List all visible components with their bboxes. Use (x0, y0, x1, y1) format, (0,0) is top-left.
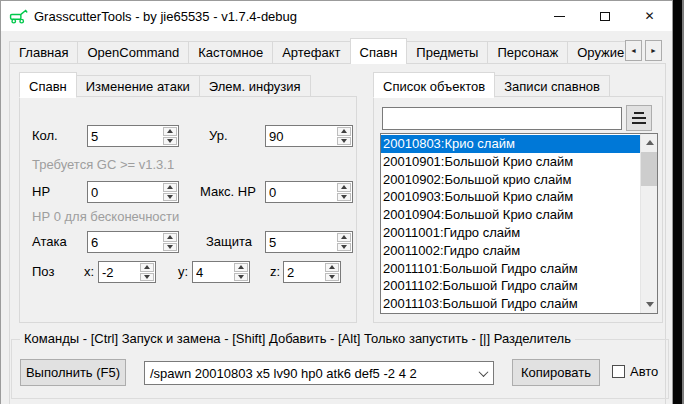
max-hp-label: Макс. HP (200, 184, 256, 199)
count-spinner (87, 125, 179, 147)
entity-list: 20010803:Крио слайм20010901:Большой Крио… (381, 135, 640, 313)
spawn-sub-tab[interactable]: Спавн (19, 72, 77, 98)
auto-checkbox[interactable] (612, 365, 625, 378)
spin-down-button[interactable] (163, 137, 177, 146)
list-item[interactable]: 20010903:Большой Крио слайм (381, 188, 640, 206)
list-item[interactable]: 20011101:Большой Гидро слайм (381, 260, 640, 278)
spin-down-button[interactable] (337, 193, 351, 202)
spin-down-button[interactable] (325, 273, 339, 282)
pos-z-spinner (283, 261, 341, 283)
spin-up-button[interactable] (325, 263, 339, 272)
pos-z-input[interactable] (284, 262, 325, 282)
main-tab[interactable]: Главная (9, 41, 78, 64)
main-tab[interactable]: Оружие (567, 41, 629, 64)
list-scrollbar[interactable] (640, 134, 657, 313)
hp-infinity-hint: НР 0 для бесконечности (32, 209, 179, 224)
spin-down-button[interactable] (234, 273, 248, 282)
list-item[interactable]: 20010901:Большой Крио слайм (381, 153, 640, 171)
auto-checkbox-group: Авто (612, 364, 658, 379)
pos-label: Поз (32, 264, 54, 279)
spawn-sub-tab[interactable]: Изменение атаки (76, 75, 200, 97)
spin-up-button[interactable] (163, 127, 177, 136)
pos-y-input[interactable] (193, 262, 234, 282)
maximize-icon (600, 12, 610, 21)
entity-list-panel: 20010803:Крио слайм20010901:Большой Крио… (373, 96, 663, 323)
spin-down-button[interactable] (337, 137, 351, 146)
spin-up-button[interactable] (337, 127, 351, 136)
entity-sub-tab[interactable]: Записи спавнов (494, 75, 610, 97)
command-text: /spawn 20010803 x5 lv90 hp0 atk6 def5 -2… (145, 366, 473, 381)
spawn-sub-tab-bar: СпавнИзменение атакиЭлем. инфузия (19, 71, 310, 97)
main-tab[interactable]: Предметы (406, 41, 488, 64)
max-hp-input[interactable] (266, 182, 337, 202)
spin-up-button[interactable] (337, 183, 351, 192)
spin-up-button[interactable] (163, 183, 177, 192)
spawn-sub-tab[interactable]: Элем. инфузия (199, 75, 311, 97)
spin-down-button[interactable] (163, 243, 177, 252)
window-controls: ✕ (537, 1, 672, 31)
list-item[interactable]: 20011102:Большой Гидро слайм (381, 277, 640, 295)
close-button[interactable]: ✕ (627, 1, 672, 31)
list-item[interactable]: 20011002:Гидро слайм (381, 242, 640, 260)
list-item[interactable]: 20010902:Большой крио слайм (381, 171, 640, 189)
filter-button[interactable] (626, 105, 652, 131)
hp-spinner (87, 181, 179, 203)
command-combobox[interactable]: /spawn 20010803 x5 lv90 hp0 atk6 def5 -2… (144, 361, 494, 385)
def-input[interactable] (266, 232, 337, 252)
commands-group-title: Команды - [Ctrl] Запуск и замена - [Shif… (20, 331, 575, 346)
hp-input[interactable] (88, 182, 163, 202)
scroll-up-button[interactable] (641, 134, 658, 151)
maximize-button[interactable] (582, 1, 627, 31)
spin-down-button[interactable] (140, 273, 154, 282)
list-item[interactable]: 20010904:Большой Крио слайм (381, 206, 640, 224)
scroll-down-button[interactable] (641, 296, 658, 313)
pos-z-label: z: (270, 264, 280, 279)
pos-x-input[interactable] (99, 262, 140, 282)
minimize-button[interactable] (537, 1, 582, 31)
spin-down-button[interactable] (337, 243, 351, 252)
pos-y-label: y: (178, 264, 188, 279)
count-input[interactable] (88, 126, 163, 146)
def-spinner (265, 231, 353, 253)
atk-label: Атака (32, 234, 67, 249)
list-item[interactable]: 20011001:Гидро слайм (381, 224, 640, 242)
auto-checkbox-label: Авто (630, 364, 658, 379)
chevron-down-icon[interactable] (473, 370, 493, 377)
list-item[interactable]: 20010803:Крио слайм (381, 135, 640, 153)
tab-scroll-left-button[interactable]: ◄ (625, 40, 642, 61)
main-tab[interactable]: Кастомное (188, 41, 273, 64)
commands-group: Команды - [Ctrl] Запуск и замена - [Shif… (11, 339, 669, 399)
main-tab[interactable]: OpenCommand (77, 41, 189, 64)
entity-search-input[interactable] (383, 108, 621, 129)
entity-sub-tab[interactable]: Список объектов (373, 72, 495, 98)
pos-y-spinner (192, 261, 250, 283)
level-label: Ур. (209, 128, 228, 143)
atk-input[interactable] (88, 232, 163, 252)
main-tab[interactable]: Спавн (350, 38, 408, 64)
close-icon: ✕ (644, 10, 654, 22)
tab-scroll-buttons: ◄ ► (625, 40, 662, 61)
main-tab[interactable]: Персонаж (487, 41, 568, 64)
count-label: Кол. (32, 128, 58, 143)
copy-button[interactable]: Копировать (512, 359, 600, 386)
spin-up-button[interactable] (337, 233, 351, 242)
spin-up-button[interactable] (163, 233, 177, 242)
gc-version-hint: Требуется GC >= v1.3.1 (32, 157, 174, 172)
scrollbar-thumb[interactable] (641, 152, 658, 186)
max-hp-spinner (265, 181, 353, 203)
run-button[interactable]: Выполнить (F5) (20, 359, 126, 386)
atk-spinner (87, 231, 179, 253)
list-item[interactable]: 20011103:Большой Гидро слайм (381, 295, 640, 313)
title-bar: GrasscutterTools - by jie65535 - v1.7.4-… (1, 1, 672, 31)
main-tab[interactable]: Артефакт (272, 41, 350, 64)
spin-up-button[interactable] (140, 263, 154, 272)
window-title: GrasscutterTools - by jie65535 - v1.7.4-… (34, 9, 297, 24)
spin-up-button[interactable] (234, 263, 248, 272)
level-input[interactable] (266, 126, 337, 146)
main-tab-bar: ГлавнаяOpenCommandКастомноеАртефактСпавн… (9, 37, 629, 64)
app-lawnmower-icon (9, 8, 28, 24)
tab-scroll-right-button[interactable]: ► (645, 40, 662, 61)
pos-x-spinner (98, 261, 156, 283)
spin-down-button[interactable] (163, 193, 177, 202)
entity-search-box (382, 107, 622, 130)
